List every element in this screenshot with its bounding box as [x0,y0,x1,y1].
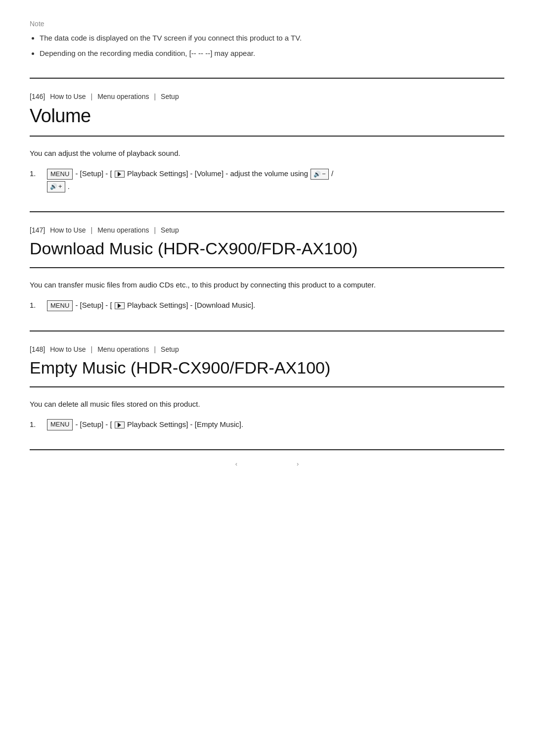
vol-down-icon: 🔊 [313,170,321,179]
step-text-empty-1b: Playback Settings] - [Empty Music]. [127,420,243,428]
desc-download: You can transfer music files from audio … [30,279,504,291]
playback-icon-volume [115,171,125,178]
footer-prev[interactable]: ‹ [235,460,237,468]
breadcrumb-text-3-empty: Setup [161,345,179,353]
breadcrumb-text-1-volume: How to Use [50,93,86,100]
play-triangle-empty [118,423,121,427]
vol-up-plus: + [58,182,62,191]
sep1-volume: | [91,93,93,100]
step-num-volume-1: 1. [30,167,42,192]
section-volume: [146] How to Use | Menu operations | Set… [30,79,504,136]
note-list: The data code is displayed on the TV scr… [30,33,504,59]
play-triangle-volume [118,172,121,177]
section-empty: [148] How to Use | Menu operations | Set… [30,331,504,386]
menu-key-empty: MENU [47,419,73,430]
breadcrumb-text-1-empty: How to Use [50,345,86,353]
body-volume: You can adjust the volume of playback so… [30,137,504,211]
body-download: You can transfer music files from audio … [30,268,504,331]
steps-volume: 1. MENU - [Setup] - [ Playback Settings]… [30,167,504,192]
breadcrumb-number-empty: [148] [30,345,45,353]
sep2-download: | [154,226,156,234]
breadcrumb-text-2-empty: Menu operations [97,345,149,353]
note-item-1: The data code is displayed on the TV scr… [40,33,504,44]
desc-volume: You can adjust the volume of playback so… [30,147,504,159]
note-item-2: Depending on the recording media conditi… [40,48,504,59]
step-volume-1: 1. MENU - [Setup] - [ Playback Settings]… [30,167,504,192]
title-empty: Empty Music (HDR-CX900/FDR-AX100) [30,355,504,386]
breadcrumb-text-3-volume: Setup [161,93,179,100]
menu-key-download: MENU [47,300,73,311]
step-text-volume-end: . [68,182,70,190]
title-download: Download Music (HDR-CX900/FDR-AX100) [30,236,504,267]
page-container: Note The data code is displayed on the T… [0,0,534,487]
step-text-volume-1b: Playback Settings] - [Volume] - adjust t… [127,169,310,178]
menu-key-volume: MENU [47,169,73,180]
vol-up-btn: 🔊 + [47,181,65,192]
playback-icon-empty [115,422,125,428]
body-empty: You can delete all music files stored on… [30,387,504,450]
title-volume: Volume [30,102,504,136]
steps-download: 1. MENU - [Setup] - [ Playback Settings]… [30,299,504,312]
desc-empty: You can delete all music files stored on… [30,398,504,410]
section-download: [147] How to Use | Menu operations | Set… [30,212,504,267]
sep1-download: | [91,226,93,234]
vol-down-btn: 🔊 − [311,169,329,180]
step-text-download-1b: Playback Settings] - [Download Music]. [127,301,255,309]
step-empty-1: 1. MENU - [Setup] - [ Playback Settings]… [30,418,504,431]
step-text-volume-slash: / [331,169,333,178]
sep2-volume: | [154,93,156,100]
step-content-volume-1: MENU - [Setup] - [ Playback Settings] - … [46,167,504,192]
step-text-empty-1a: - [Setup] - [ [75,420,112,428]
breadcrumb-download: [147] How to Use | Menu operations | Set… [30,212,504,236]
breadcrumb-text-3-download: Setup [161,226,179,234]
vol-down-minus: − [322,170,326,179]
step-num-download-1: 1. [30,299,42,312]
step-num-empty-1: 1. [30,418,42,431]
play-triangle-download [118,303,121,308]
note-section: Note The data code is displayed on the T… [30,0,504,78]
note-label: Note [30,20,504,28]
step-content-download-1: MENU - [Setup] - [ Playback Settings] - … [46,299,504,312]
breadcrumb-text-2-volume: Menu operations [97,93,149,100]
breadcrumb-text-2-download: Menu operations [97,226,149,234]
breadcrumb-empty: [148] How to Use | Menu operations | Set… [30,331,504,355]
sep2-empty: | [154,345,156,353]
sep1-empty: | [91,345,93,353]
footer: ‹ › [30,450,504,487]
footer-next[interactable]: › [297,460,299,468]
breadcrumb-number-download: [147] [30,226,45,234]
step-download-1: 1. MENU - [Setup] - [ Playback Settings]… [30,299,504,312]
vol-up-icon: 🔊 [50,183,57,191]
step-content-empty-1: MENU - [Setup] - [ Playback Settings] - … [46,418,504,431]
step-text-download-1a: - [Setup] - [ [75,301,112,309]
breadcrumb-number-volume: [146] [30,93,45,100]
breadcrumb-text-1-download: How to Use [50,226,86,234]
step-text-volume-1a: - [Setup] - [ [75,169,112,178]
steps-empty: 1. MENU - [Setup] - [ Playback Settings]… [30,418,504,431]
breadcrumb-volume: [146] How to Use | Menu operations | Set… [30,79,504,102]
playback-icon-download [115,302,125,309]
